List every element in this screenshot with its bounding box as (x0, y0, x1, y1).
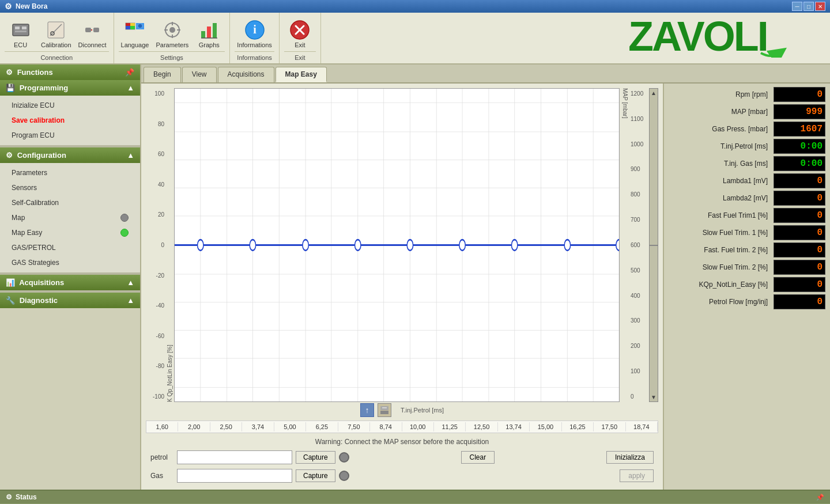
sidebar-item-gas-petrol[interactable]: GAS/PETROL (0, 240, 140, 255)
gauge-lambda1-display: 0 (774, 173, 825, 188)
scroll-up-arrow[interactable]: ▲ (649, 88, 658, 245)
x-axis-label-text: T.inj.Petrol [ms] (401, 407, 444, 414)
functions-label: Functions (17, 68, 53, 77)
gauge-gas-press-display: 1607 (774, 122, 825, 137)
tab-begin[interactable]: Begin (144, 67, 181, 82)
gauge-rpm-label: Rpm [rpm] (669, 90, 771, 98)
sidebar: ⚙ Functions 📌 💾 Programming ▲ Inizialize… (0, 65, 141, 490)
gas-input[interactable] (177, 469, 292, 483)
up-arrow-btn[interactable]: ↑ (360, 403, 374, 417)
configuration-header[interactable]: ⚙ Configuration ▲ (0, 147, 140, 163)
tab-acquisitions[interactable]: Acquisitions (218, 67, 274, 82)
svg-text:ZAVOLI: ZAVOLI (628, 13, 767, 58)
sidebar-item-program-ecu[interactable]: Program ECU (0, 128, 140, 143)
scroll-down-arrow[interactable]: ▼ (649, 245, 658, 403)
connection-group-label: Connection (5, 51, 109, 61)
gauge-fast-fuel-trim1: Fast Fuel Trim1 [%] 0 (669, 208, 825, 223)
sidebar-item-map[interactable]: Map (0, 210, 140, 225)
gauge-tinj-gas: T.inj. Gas [ms] 0:00 (669, 156, 825, 171)
petrol-capture-row: petrol Capture Clear Inizializza (146, 448, 658, 467)
clear-button[interactable]: Clear (461, 451, 495, 464)
petrol-capture-button[interactable]: Capture (296, 451, 335, 464)
gauge-slow-fuel-trim2-display: 0 (774, 260, 825, 275)
exit-button[interactable]: Exit (284, 16, 316, 51)
apply-button[interactable]: apply (620, 469, 654, 482)
x-axis-title: ↑ T.inj.Petrol [ms] (176, 402, 628, 418)
svg-point-70 (512, 240, 518, 251)
gauge-gas-press: Gas Press. [mbar] 1607 (669, 122, 825, 137)
gauge-fast-fuel-trim1-display: 0 (774, 208, 825, 223)
petrol-input[interactable] (177, 450, 292, 464)
acquisitions-label: Acquisitions (19, 278, 64, 287)
gauge-lambda2: Lambda2 [mV] 0 (669, 191, 825, 206)
info-group-label: Informations (235, 51, 274, 61)
gauge-slow-fuel-trim2-label: Slow Fuel Trim. 2 [%] (669, 263, 771, 271)
inizializza-button[interactable]: Inizializza (606, 451, 654, 464)
svg-point-71 (564, 240, 570, 251)
disconnect-label: Diconnect (78, 41, 107, 48)
map-dot-icon (120, 214, 129, 222)
chart-container: 100 80 60 40 20 0 -20 -40 -60 -80 -100 (141, 84, 663, 490)
gauge-slow-fuel-trim1-display: 0 (774, 225, 825, 240)
svg-rect-2 (22, 26, 27, 29)
diagnostic-header[interactable]: 🔧 Diagnostic ▲ (0, 293, 140, 308)
sidebar-item-self-calibration[interactable]: Self-Calibration (0, 195, 140, 210)
sidebar-item-gas-strategies[interactable]: GAS Strategies (0, 255, 140, 270)
chart-edit-btn[interactable] (378, 403, 391, 417)
gauge-map: MAP [mbar] 999 (669, 104, 825, 119)
gauge-rpm: Rpm [rpm] 0 (669, 87, 825, 102)
functions-header[interactable]: ⚙ Functions 📌 (0, 65, 140, 80)
gas-label: Gas (150, 472, 173, 480)
gauge-lambda1-label: Lambda1 [mV] (669, 177, 771, 185)
graphs-icon (198, 18, 221, 41)
programming-header[interactable]: 💾 Programming ▲ (0, 80, 140, 96)
sidebar-item-map-easy[interactable]: Map Easy (0, 225, 140, 240)
maximize-button[interactable]: □ (803, 2, 814, 11)
title-text: New Bora (16, 2, 47, 10)
gauge-slow-fuel-trim2: Slow Fuel Trim. 2 [%] 0 (669, 260, 825, 275)
calibration-button[interactable]: Calibration (39, 16, 74, 51)
parameters-icon (161, 18, 184, 41)
title-bar-controls: ─ □ ✕ (792, 2, 825, 11)
svg-point-67 (355, 240, 361, 251)
svg-point-20 (169, 27, 175, 33)
gauge-petrol-flow-label: Petrol Flow [mg/inj] (669, 298, 771, 306)
close-button[interactable]: ✕ (815, 2, 825, 11)
status-pin-icon: 📌 (816, 494, 824, 501)
y-axis-left-title: K Qp_NotLin Easy [%] (167, 88, 173, 402)
ecu-button[interactable]: ECU (5, 16, 36, 51)
tab-view[interactable]: View (182, 67, 217, 82)
gas-capture-button[interactable]: Capture (296, 469, 335, 482)
svg-rect-3 (15, 31, 27, 32)
sidebar-item-sensors[interactable]: Sensors (0, 180, 140, 195)
graphs-label: Graphs (199, 41, 220, 48)
parameters-button[interactable]: Parameters (153, 16, 191, 51)
tab-map-easy[interactable]: Map Easy (276, 67, 327, 82)
acquisitions-header[interactable]: 📊 Acquisitions ▲ (0, 275, 140, 290)
gauge-slow-fuel-trim1: Slow Fuel Trim. 1 [%] 0 (669, 225, 825, 240)
functions-pin-icon: 📌 (125, 68, 134, 77)
svg-point-65 (250, 240, 255, 251)
programming-items: Inizialize ECU Save calibration Program … (0, 96, 140, 145)
main-layout: ⚙ Functions 📌 💾 Programming ▲ Inizialize… (0, 65, 830, 490)
configuration-chevron: ▲ (127, 151, 134, 160)
gauge-kqp-notlin-label: KQp_NotLin_Easy [%] (669, 281, 771, 289)
gauge-kqp-notlin-display: 0 (774, 277, 825, 292)
sidebar-item-parameters[interactable]: Parameters (0, 165, 140, 180)
minimize-button[interactable]: ─ (792, 2, 802, 11)
disconnect-button[interactable]: Diconnect (76, 16, 109, 51)
petrol-status-indicator (339, 452, 349, 463)
sidebar-item-save-calibration[interactable]: Save calibration (0, 113, 140, 128)
svg-point-72 (616, 240, 619, 251)
programming-label: Programming (20, 84, 69, 92)
configuration-icon: ⚙ (6, 151, 13, 160)
info-button[interactable]: i Informations (235, 16, 274, 51)
graphs-button[interactable]: Graphs (193, 16, 225, 51)
svg-rect-27 (213, 23, 217, 38)
toolbar-settings-group: Language Parameters (114, 13, 231, 63)
chart-area[interactable]: 2 3 4 5 6 7 8 9 10 11 12 13 14 (174, 88, 620, 402)
svg-rect-73 (380, 411, 388, 414)
right-panel: Rpm [rpm] 0 MAP [mbar] 999 Gas Press. [m… (663, 84, 830, 490)
sidebar-item-initialize-ecu[interactable]: Inizialize ECU (0, 98, 140, 113)
language-button[interactable]: Language (119, 16, 152, 51)
